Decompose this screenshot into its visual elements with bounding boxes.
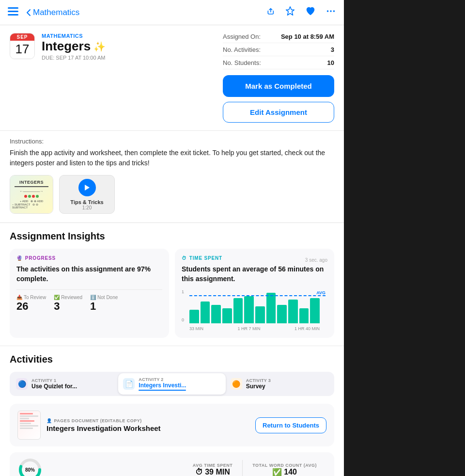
activity-2-icon: 📄 <box>123 378 135 390</box>
svg-point-3 <box>327 10 329 12</box>
bar-11 <box>299 308 309 324</box>
activities-tabs: 🔵 ACTIVITY 1 Use Quizlet for... 📄 ACTIVI… <box>10 372 334 396</box>
header-meta: MATHEMATICS Integers ✨ DUE: SEP 17 AT 10… <box>42 33 213 61</box>
svg-rect-2 <box>8 14 18 16</box>
not-done-label: ℹ️ Not Done <box>90 295 118 300</box>
edit-assignment-button[interactable]: Edit Assignment <box>223 102 334 123</box>
progress-label: 🔮 PROGRESS <box>16 255 162 261</box>
reviewed-label: ✅ Reviewed <box>54 295 82 300</box>
doc-type-icon: 👤 <box>46 418 52 423</box>
avg-time-stat: AVG TIME SPENT ⏱ 39 MIN <box>183 463 242 476</box>
bar-10 <box>288 300 298 323</box>
activities-section: Activities 🔵 ACTIVITY 1 Use Quizlet for.… <box>0 346 344 476</box>
return-to-students-button[interactable]: Return to Students <box>255 417 326 433</box>
header-right: Assigned On: Sep 10 at 8:59 AM No. Activ… <box>223 33 334 123</box>
share-icon[interactable] <box>264 6 275 19</box>
instructions-text: Finish the app activity and worksheet, t… <box>10 148 334 168</box>
attachments-row: INTEGERS ←—————→ + ADD ⊕ ⊕ ADD – SUBTRAC… <box>0 168 344 222</box>
students-value: 10 <box>327 59 334 66</box>
bar-6 <box>244 296 254 323</box>
due-date: DUE: SEP 17 AT 10:00 AM <box>42 55 213 61</box>
doc-type-label: 👤 PAGES DOCUMENT (EDITABLE COPY) <box>46 418 249 423</box>
doc-thumbnail <box>17 411 41 440</box>
time-ago: 3 sec. ago <box>305 257 327 263</box>
play-button[interactable] <box>78 179 96 196</box>
avg-time-icon: ⏱ <box>195 468 203 476</box>
assigned-on-value: Sep 10 at 8:59 AM <box>281 33 334 40</box>
avg-time-label: AVG TIME SPENT <box>193 463 232 468</box>
svg-point-4 <box>330 10 332 12</box>
reviewed-value: 3 <box>54 300 82 313</box>
doc-name: Integers Investigation Worksheet <box>46 424 249 432</box>
to-review-value: 26 <box>16 300 46 313</box>
instructions-label: Instructions: <box>10 138 334 145</box>
activity-2-meta: ACTIVITY 2 Integers Investi... <box>139 377 186 391</box>
instructions-section: Instructions: Finish the app activity an… <box>0 131 344 168</box>
progress-stats-row: 📥 To Review 26 ✅ Reviewed 3 <box>16 289 162 313</box>
bar-3 <box>211 305 221 324</box>
axis-label-1: 33 MIN <box>189 326 203 331</box>
assigned-on-row: Assigned On: Sep 10 at 8:59 AM <box>223 33 334 43</box>
bar-7 <box>255 306 265 323</box>
assigned-on-label: Assigned On: <box>223 33 261 40</box>
to-review-label: 📥 To Review <box>16 295 46 300</box>
calendar-icon: SEP 17 <box>10 33 35 59</box>
to-review-stat: 📥 To Review 26 <box>16 295 46 313</box>
back-button[interactable]: Mathematics <box>26 8 264 17</box>
not-done-value: 1 <box>90 300 118 313</box>
activity-1-name: Use Quizlet for... <box>31 383 77 390</box>
activity-tab-2[interactable]: 📄 ACTIVITY 2 Integers Investi... <box>118 373 225 395</box>
progress-main-text: The activities on this assignment are 97… <box>16 265 162 284</box>
header-section: SEP 17 MATHEMATICS Integers ✨ DUE: SEP 1… <box>0 25 344 131</box>
top-nav: Mathematics <box>0 0 344 25</box>
progress-icon: 🔮 <box>16 255 23 261</box>
integers-poster-attachment[interactable]: INTEGERS ←—————→ + ADD ⊕ ⊕ ADD – SUBTRAC… <box>10 175 53 214</box>
activities-value: 3 <box>331 46 334 53</box>
video-duration: 1:20 <box>82 205 92 210</box>
activity-3-number: ACTIVITY 3 <box>246 378 271 383</box>
activity-3-icon: 🟠 <box>231 378 242 390</box>
video-title: Tips & Tricks <box>70 199 103 205</box>
right-panel <box>344 0 465 476</box>
time-icon: ⏱ <box>182 255 187 261</box>
not-done-stat: ℹ️ Not Done 1 <box>90 295 118 313</box>
activity-3-name: Survey <box>246 383 271 390</box>
more-icon[interactable] <box>326 6 336 19</box>
activity-1-icon: 🔵 <box>16 378 28 390</box>
cal-day: 17 <box>10 41 34 59</box>
activities-row: No. Activities: 3 <box>223 46 334 56</box>
time-main-text: Students spent an average of 56 minutes … <box>182 265 327 284</box>
students-label: No. Students: <box>223 59 261 66</box>
sparkle-icon: ✨ <box>93 41 106 52</box>
mark-complete-button[interactable]: Mark as Completed <box>223 75 334 97</box>
heart-icon[interactable] <box>305 6 316 19</box>
activity-2-name: Integers Investi... <box>139 382 186 389</box>
subject-label: MATHEMATICS <box>42 33 213 39</box>
active-tab-underline <box>139 390 186 391</box>
word-count-label: TOTAL WORD COUNT (AVG) <box>252 463 317 468</box>
axis-label-2: 1 HR 7 MIN <box>237 326 260 331</box>
svg-point-5 <box>333 10 335 12</box>
reviewed-stat: ✅ Reviewed 3 <box>54 295 82 313</box>
activity-tab-3[interactable]: 🟠 ACTIVITY 3 Survey <box>226 373 333 395</box>
bar-12 <box>310 298 320 324</box>
bar-4 <box>222 308 232 324</box>
tips-tricks-video-attachment[interactable]: Tips & Tricks 1:20 <box>59 175 115 214</box>
students-row: No. Students: 10 <box>223 59 334 69</box>
activities-title: Activities <box>10 354 334 365</box>
activity-3-meta: ACTIVITY 3 Survey <box>246 378 271 390</box>
progress-card: 🔮 PROGRESS The activities on this assign… <box>10 249 169 338</box>
activities-label: No. Activities: <box>223 46 261 53</box>
cal-month: SEP <box>10 33 34 41</box>
donut-label: 80% <box>25 467 35 473</box>
chart-container: 1 0 AVG <box>182 289 327 331</box>
bar-9 <box>277 305 287 324</box>
sidebar-toggle-button[interactable] <box>8 7 18 18</box>
time-spent-card: ⏱ TIME SPENT 3 sec. ago Students spent a… <box>175 249 334 338</box>
activity-tab-1[interactable]: 🔵 ACTIVITY 1 Use Quizlet for... <box>11 373 118 395</box>
pin-icon[interactable] <box>285 6 295 19</box>
axis-label-3: 1 HR 40 MIN <box>294 326 320 331</box>
donut-section: 80% <box>17 457 183 476</box>
meta-info: Assigned On: Sep 10 at 8:59 AM No. Activ… <box>223 33 334 69</box>
svg-rect-1 <box>8 11 18 12</box>
